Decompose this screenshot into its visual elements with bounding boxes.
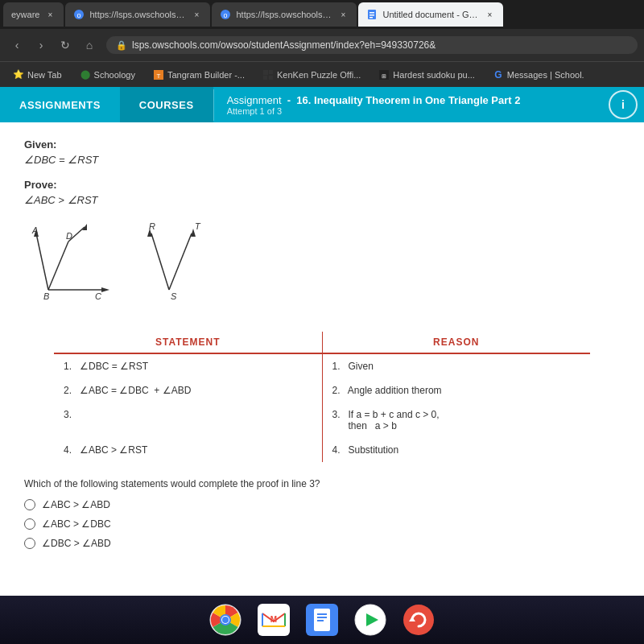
courses-tab[interactable]: COURSES	[120, 87, 213, 122]
tab-1-title: eyware	[11, 10, 39, 19]
reload-button[interactable]: ↻	[55, 35, 76, 56]
table-row: 2. ∠ABC = ∠DBC + ∠ABD 2. Angle addition …	[54, 378, 590, 402]
tab-3-favicon: o	[220, 9, 231, 20]
geometry-diagram: A D B C R T S	[24, 219, 250, 316]
svg-text:⊞: ⊞	[382, 73, 386, 79]
nav-tabs: ASSIGNMENTS COURSES	[0, 87, 213, 122]
new-tab-icon: ⭐	[13, 69, 24, 80]
statement-header: STATEMENT	[54, 332, 322, 353]
option-2[interactable]: ∠ABC > ∠DBC	[24, 518, 620, 530]
proof-table: STATEMENT REASON 1. ∠DBC = ∠RST 1. Given…	[54, 332, 590, 462]
lock-icon: 🔒	[116, 40, 127, 51]
svg-rect-10	[263, 70, 268, 75]
svg-point-49	[403, 605, 434, 635]
table-row: 3. 3. If a = b + c and c > 0, then a > b	[54, 402, 590, 438]
bookmark-kenken[interactable]: KenKen Puzzle Offi...	[256, 67, 367, 83]
given-section: Given: ∠DBC = ∠RST	[24, 138, 620, 166]
bookmark-schoology[interactable]: ⬤ Schoology	[73, 67, 142, 83]
statement-3: 3.	[54, 402, 322, 438]
reason-4: 4. Substitution	[322, 438, 590, 462]
bookmarks-bar: ⭐ New Tab ⬤ Schoology T Tangram Builder …	[0, 61, 644, 87]
tab-2[interactable]: o https://lsps.owschools.com ×	[65, 2, 210, 27]
svg-text:R: R	[149, 221, 155, 231]
assignments-tab[interactable]: ASSIGNMENTS	[0, 87, 120, 122]
info-button[interactable]: i	[609, 90, 638, 119]
tab-1[interactable]: eyware ×	[3, 2, 64, 27]
bookmark-tangram-label: Tangram Builder -...	[167, 70, 245, 80]
tangram-icon: T	[153, 69, 164, 80]
home-button[interactable]: ⌂	[79, 35, 100, 56]
tab-1-close[interactable]: ×	[44, 9, 56, 20]
assignments-tab-label: ASSIGNMENTS	[19, 99, 101, 111]
chrome-taskbar-icon[interactable]	[208, 602, 243, 638]
tab-2-title: https://lsps.owschools.com	[89, 10, 186, 19]
svg-text:D: D	[66, 231, 72, 241]
svg-rect-46	[317, 620, 324, 621]
tab-3[interactable]: o https://lsps.owschools.com ×	[212, 2, 357, 27]
url-text: lsps.owschools.com/owsoo/studentAssignme…	[132, 39, 436, 51]
radio-3[interactable]	[24, 538, 35, 549]
forward-button[interactable]: ›	[31, 35, 52, 56]
radio-2[interactable]	[24, 518, 35, 530]
tab-4-close[interactable]: ×	[484, 9, 495, 20]
given-text: ∠DBC = ∠RST	[24, 154, 620, 166]
svg-rect-5	[369, 12, 374, 14]
refresh-taskbar-icon[interactable]	[401, 602, 436, 638]
bookmark-kenken-label: KenKen Puzzle Offi...	[277, 70, 361, 80]
svg-rect-7	[369, 17, 373, 19]
svg-rect-13	[269, 76, 273, 80]
tab-4-favicon	[366, 9, 378, 20]
diagram-container: A D B C R T S	[24, 219, 620, 319]
bookmark-messages-label: Messages | School.	[507, 70, 584, 80]
assignment-full-title: Assignment - 16. Inequality Theorem in O…	[227, 94, 596, 106]
tab-3-title: https://lsps.owschools.com	[236, 10, 332, 19]
kenken-icon	[262, 69, 274, 80]
courses-tab-label: COURSES	[139, 99, 194, 111]
tab-2-close[interactable]: ×	[191, 9, 202, 20]
statement-4: 4. ∠ABC > ∠RST	[54, 438, 322, 462]
bookmark-new-tab[interactable]: ⭐ New Tab	[6, 67, 68, 83]
assignment-attempt: Attempt 1 of 3	[227, 106, 596, 116]
option-3[interactable]: ∠DBC > ∠ABD	[24, 538, 620, 549]
question-text: Which of the following statements would …	[24, 478, 620, 489]
statement-2: 2. ∠ABC = ∠DBC + ∠ABD	[54, 378, 322, 402]
url-bar[interactable]: 🔒 lsps.owschools.com/owsoo/studentAssign…	[106, 36, 638, 54]
bookmark-messages[interactable]: G Messages | School.	[486, 67, 591, 83]
radio-1[interactable]	[24, 499, 35, 510]
gmail-taskbar-icon[interactable]: M	[256, 602, 291, 638]
proof-table-header: STATEMENT REASON	[54, 332, 590, 353]
svg-rect-12	[263, 76, 267, 80]
tab-3-close[interactable]: ×	[337, 9, 349, 20]
bookmark-sudoku[interactable]: ⊞ Hardest sudoku pu...	[372, 67, 481, 83]
svg-marker-19	[101, 287, 109, 292]
svg-text:o: o	[224, 11, 228, 19]
docs-taskbar-icon[interactable]	[304, 602, 340, 638]
svg-text:o: o	[77, 11, 81, 19]
bookmark-tangram[interactable]: T Tangram Builder -...	[147, 67, 251, 83]
tab-4-title: Untitled document - Google	[382, 10, 479, 19]
svg-point-37	[222, 617, 229, 623]
svg-text:A: A	[31, 225, 38, 235]
tab-4[interactable]: Untitled document - Google ×	[358, 2, 503, 27]
svg-line-22	[48, 242, 68, 290]
page-content: ASSIGNMENTS COURSES Assignment - 16. Ine…	[0, 87, 644, 596]
reason-3: 3. If a = b + c and c > 0, then a > b	[322, 402, 590, 438]
svg-text:C: C	[95, 291, 101, 301]
svg-line-27	[151, 233, 169, 290]
option-1[interactable]: ∠ABC > ∠ABD	[24, 499, 620, 510]
svg-rect-6	[369, 14, 374, 16]
tab-bar: eyware × o https://lsps.owschools.com × …	[0, 0, 644, 29]
app-header: ASSIGNMENTS COURSES Assignment - 16. Ine…	[0, 87, 644, 122]
svg-text:M: M	[270, 615, 277, 624]
browser-chrome: eyware × o https://lsps.owschools.com × …	[0, 0, 644, 87]
bookmark-sudoku-label: Hardest sudoku pu...	[393, 70, 475, 80]
reason-header: REASON	[322, 332, 590, 353]
back-button[interactable]: ‹	[6, 35, 27, 56]
table-row: 1. ∠DBC = ∠RST 1. Given	[54, 353, 590, 378]
play-taskbar-icon[interactable]	[353, 602, 388, 638]
option-2-label: ∠ABC > ∠DBC	[42, 518, 111, 530]
svg-text:S: S	[171, 291, 177, 301]
address-bar: ‹ › ↻ ⌂ 🔒 lsps.owschools.com/owsoo/stude…	[0, 29, 644, 61]
assignment-title-text: 16. Inequality Theorem in One Triangle P…	[296, 94, 520, 106]
bookmark-new-tab-label: New Tab	[27, 70, 62, 80]
